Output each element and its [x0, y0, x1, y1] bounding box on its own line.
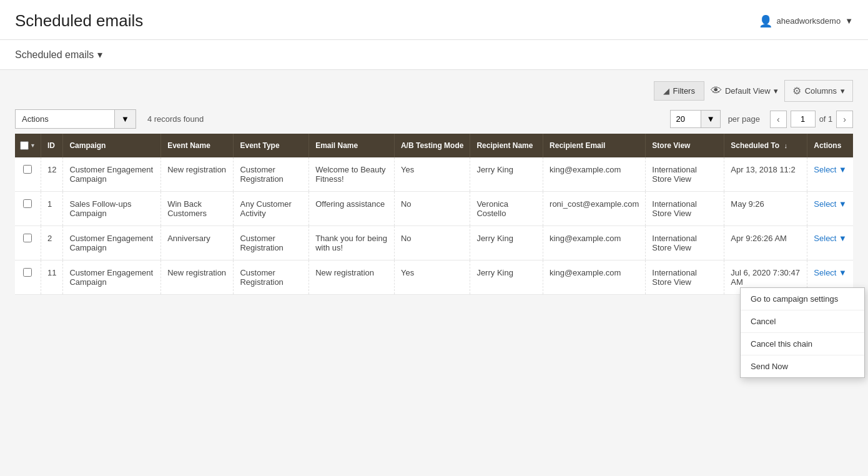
row-event-type: Customer Registration	[234, 226, 309, 260]
user-menu[interactable]: 👤 aheadworksdemo ▼	[759, 14, 854, 28]
row-checkbox-cell	[15, 192, 41, 226]
view-selector[interactable]: 👁 Default View ▾	[711, 84, 778, 97]
per-page-label: per page	[728, 114, 760, 124]
filters-label: Filters	[673, 86, 695, 96]
row-ab-testing: Yes	[394, 157, 470, 192]
header-id: ID	[41, 134, 62, 157]
filter-icon: ◢	[663, 86, 669, 96]
page-input[interactable]	[791, 111, 816, 127]
row-checkbox[interactable]	[23, 268, 32, 277]
row-select-button[interactable]: Select ▼	[814, 234, 847, 243]
header-ab-testing: A/B Testing Mode	[394, 134, 470, 157]
row-event-name: Anniversary	[161, 226, 234, 260]
row-select-button[interactable]: Select ▼	[814, 165, 847, 174]
row-store-view: International Store View	[646, 157, 724, 192]
header-checkbox-col: ▼	[15, 134, 41, 157]
row-recipient-email: roni_cost@example.com	[543, 192, 646, 226]
row-actions-cell: Select ▼	[807, 192, 853, 226]
row-actions-cell: Select ▼	[807, 226, 853, 260]
select-all-chevron[interactable]: ▼	[30, 142, 36, 149]
columns-label: Columns	[805, 86, 837, 96]
row-checkbox-cell	[15, 260, 41, 295]
header-scheduled-to[interactable]: Scheduled To ↓	[724, 134, 807, 157]
per-page-select[interactable]: 20 50 100	[670, 110, 701, 128]
row-event-name: New registration	[161, 260, 234, 295]
row-checkbox[interactable]	[23, 199, 32, 208]
user-chevron: ▼	[845, 16, 853, 26]
header-event-type: Event Type	[234, 134, 309, 157]
row-ab-testing: Yes	[394, 260, 470, 295]
row-event-type: Any Customer Activity	[234, 192, 309, 226]
row-recipient-email: king@example.com	[543, 260, 646, 295]
row-id: 2	[41, 226, 62, 260]
main-content: ◢ Filters 👁 Default View ▾ ⚙ Columns ▾ A…	[0, 70, 868, 305]
columns-chevron: ▾	[841, 86, 845, 96]
table-row: 11 Customer Engagement Campaign New regi…	[15, 260, 853, 295]
select-all-checkbox[interactable]	[20, 141, 29, 150]
actions-chevron: ▼	[121, 114, 129, 124]
row-actions-dropdown: Go to campaign settingsCancelCancel this…	[740, 287, 865, 305]
view-label: Default View	[725, 86, 771, 96]
row-select-button[interactable]: Select ▼	[814, 199, 847, 209]
row-email-name: New registration	[309, 260, 395, 295]
header-recipient-email: Recipient Email	[543, 134, 646, 157]
row-select-button[interactable]: Select ▼	[814, 268, 847, 277]
sub-header-chevron: ▾	[97, 49, 102, 61]
sub-header-label: Scheduled emails	[15, 49, 94, 61]
per-page-wrapper: 20 50 100 ▼	[670, 110, 720, 128]
row-recipient-name: Jerry King	[470, 260, 543, 295]
row-email-name: Offering assistance	[309, 192, 395, 226]
username: aheadworksdemo	[777, 16, 841, 26]
row-email-name: Thank you for being with us!	[309, 226, 395, 260]
row-checkbox[interactable]	[23, 165, 32, 174]
header-campaign: Campaign	[63, 134, 161, 157]
user-icon: 👤	[759, 14, 772, 28]
row-id: 1	[41, 192, 62, 226]
row-campaign: Customer Engagement Campaign	[63, 260, 161, 295]
header-actions: Actions	[807, 134, 853, 157]
row-store-view: International Store View	[646, 226, 724, 260]
row-scheduled-to: Apr 9:26:26 AM	[724, 226, 807, 260]
data-table: ▼ ID Campaign Event Name Event Type Emai…	[15, 134, 853, 295]
row-checkbox-cell	[15, 157, 41, 192]
row-recipient-name: Jerry King	[470, 226, 543, 260]
table-row: 2 Customer Engagement Campaign Anniversa…	[15, 226, 853, 260]
row-checkbox[interactable]	[23, 234, 32, 242]
actions-select[interactable]: Actions	[15, 109, 115, 129]
header-recipient-name: Recipient Name	[470, 134, 543, 157]
dropdown-item-go-to-campaign[interactable]: Go to campaign settings	[741, 288, 864, 305]
header-email-name: Email Name	[309, 134, 395, 157]
actions-dropdown-button[interactable]: ▼	[115, 109, 136, 129]
row-event-type: Customer Registration	[234, 157, 309, 192]
toolbar-bottom: Actions ▼ 4 records found 20 50 100 ▼ pe…	[15, 109, 853, 129]
actions-wrapper: Actions ▼	[15, 109, 136, 129]
row-recipient-email: king@example.com	[543, 226, 646, 260]
next-page-button[interactable]: ›	[836, 111, 853, 128]
row-ab-testing: No	[394, 226, 470, 260]
header-event-name: Event Name	[161, 134, 234, 157]
toolbar-top: ◢ Filters 👁 Default View ▾ ⚙ Columns ▾	[15, 80, 853, 102]
row-id: 12	[41, 157, 62, 192]
prev-page-button[interactable]: ‹	[770, 111, 787, 128]
sub-header-title[interactable]: Scheduled emails ▾	[15, 49, 102, 61]
row-id: 11	[41, 260, 62, 295]
row-store-view: International Store View	[646, 192, 724, 226]
row-campaign: Sales Follow-ups Campaign	[63, 192, 161, 226]
per-page-dropdown-button[interactable]: ▼	[701, 110, 720, 128]
table-row: 1 Sales Follow-ups Campaign Win Back Cus…	[15, 192, 853, 226]
sort-arrow-icon: ↓	[784, 142, 787, 149]
row-actions-cell: Select ▼	[807, 157, 853, 192]
columns-button[interactable]: ⚙ Columns ▾	[784, 80, 853, 102]
table-header: ▼ ID Campaign Event Name Event Type Emai…	[15, 134, 853, 157]
filters-button[interactable]: ◢ Filters	[654, 81, 704, 101]
page-of-total: of 1	[819, 114, 833, 124]
row-ab-testing: No	[394, 192, 470, 226]
row-event-name: New registration	[161, 157, 234, 192]
table-row: 12 Customer Engagement Campaign New regi…	[15, 157, 853, 192]
row-campaign: Customer Engagement Campaign	[63, 157, 161, 192]
header-store-view: Store View	[646, 134, 724, 157]
row-checkbox-cell	[15, 226, 41, 260]
row-recipient-name: Jerry King	[470, 157, 543, 192]
per-page-chevron: ▼	[706, 114, 714, 124]
row-event-type: Customer Registration	[234, 260, 309, 295]
